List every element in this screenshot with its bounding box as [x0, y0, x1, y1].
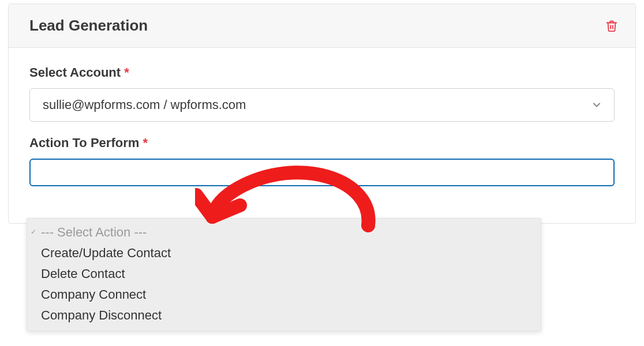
- action-option-company-disconnect[interactable]: Company Disconnect: [27, 305, 541, 326]
- action-option-create-update[interactable]: Create/Update Contact: [27, 243, 541, 264]
- action-option-company-connect[interactable]: Company Connect: [27, 284, 541, 305]
- account-field: Select Account * sullie@wpforms.com / wp…: [29, 65, 615, 122]
- required-marker: *: [143, 136, 148, 150]
- action-label: Action To Perform *: [29, 136, 615, 151]
- action-dropdown: --- Select Action --- Create/Update Cont…: [27, 218, 541, 331]
- account-selected-value: sullie@wpforms.com / wpforms.com: [43, 97, 246, 112]
- action-field: Action To Perform *: [29, 136, 615, 186]
- panel-body: Select Account * sullie@wpforms.com / wp…: [9, 48, 635, 223]
- action-option-placeholder[interactable]: --- Select Action ---: [27, 222, 541, 243]
- action-option-delete[interactable]: Delete Contact: [27, 264, 541, 284]
- action-select[interactable]: [29, 159, 615, 186]
- required-marker: *: [124, 65, 129, 80]
- panel-header: Lead Generation: [9, 4, 635, 48]
- account-label-text: Select Account: [29, 65, 121, 80]
- chevron-down-icon: [591, 99, 602, 111]
- account-label: Select Account *: [29, 65, 615, 80]
- delete-connection-icon[interactable]: [605, 19, 618, 33]
- panel-title: Lead Generation: [29, 17, 148, 35]
- action-label-text: Action To Perform: [29, 136, 139, 150]
- connection-panel: Lead Generation Select Account * sullie@…: [8, 3, 636, 224]
- account-select[interactable]: sullie@wpforms.com / wpforms.com: [29, 88, 615, 122]
